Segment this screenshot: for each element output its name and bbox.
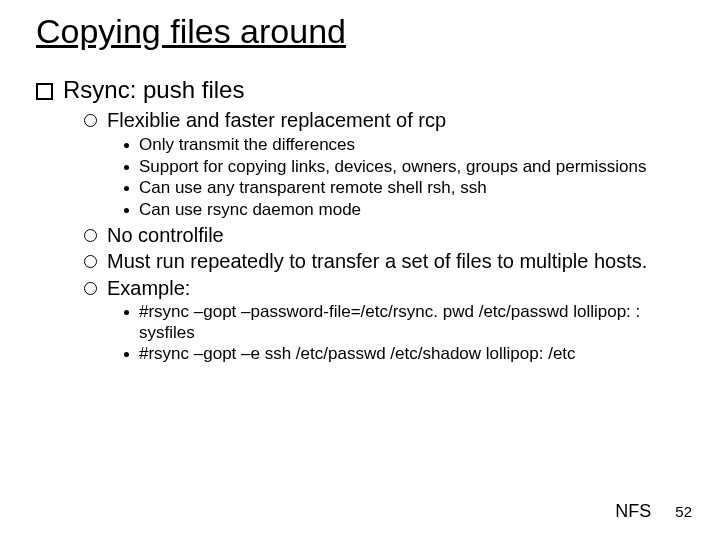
circle-bullet-icon [84, 114, 97, 127]
circle-bullet-icon [84, 229, 97, 242]
bullet-level3-text: Can use any transparent remote shell rsh… [139, 178, 692, 199]
bullet-level2-text: Must run repeatedly to transfer a set of… [107, 249, 692, 273]
bullet-level3: Support for copying links, devices, owne… [124, 157, 692, 178]
dot-bullet-icon [124, 310, 129, 315]
bullet-level2: Must run repeatedly to transfer a set of… [84, 249, 692, 273]
bullet-level3: Only transmit the differences [124, 135, 692, 156]
level2-group: Flexiblie and faster replacement of rcp … [84, 108, 692, 365]
dot-bullet-icon [124, 143, 129, 148]
bullet-level2: Flexiblie and faster replacement of rcp [84, 108, 692, 132]
bullet-level3-text: Can use rsync daemon mode [139, 200, 692, 221]
slide: Copying files around Rsync: push files F… [0, 0, 720, 540]
slide-title: Copying files around [36, 14, 692, 50]
bullet-level2: No controlfile [84, 223, 692, 247]
footer: NFS 52 [615, 501, 692, 522]
bullet-level3-text: #rsync –gopt –password-file=/etc/rsync. … [139, 302, 692, 343]
bullet-level3-text: Only transmit the differences [139, 135, 692, 156]
footer-label: NFS [615, 501, 651, 522]
bullet-level2-text: Example: [107, 276, 692, 300]
bullet-level2-text: Flexiblie and faster replacement of rcp [107, 108, 692, 132]
bullet-level3: #rsync –gopt –password-file=/etc/rsync. … [124, 302, 692, 343]
level3-group: Only transmit the differences Support fo… [124, 135, 692, 221]
dot-bullet-icon [124, 208, 129, 213]
circle-bullet-icon [84, 282, 97, 295]
bullet-level1: Rsync: push files [36, 76, 692, 105]
bullet-level3: Can use rsync daemon mode [124, 200, 692, 221]
square-bullet-icon [36, 83, 53, 100]
bullet-level3-text: #rsync –gopt –e ssh /etc/passwd /etc/sha… [139, 344, 692, 365]
circle-bullet-icon [84, 255, 97, 268]
dot-bullet-icon [124, 165, 129, 170]
dot-bullet-icon [124, 186, 129, 191]
level3-group: #rsync –gopt –password-file=/etc/rsync. … [124, 302, 692, 365]
bullet-level3-text: Support for copying links, devices, owne… [139, 157, 692, 178]
bullet-level3: #rsync –gopt –e ssh /etc/passwd /etc/sha… [124, 344, 692, 365]
bullet-level2: Example: [84, 276, 692, 300]
bullet-level1-text: Rsync: push files [63, 76, 692, 105]
bullet-level3: Can use any transparent remote shell rsh… [124, 178, 692, 199]
page-number: 52 [675, 503, 692, 520]
dot-bullet-icon [124, 352, 129, 357]
bullet-level2-text: No controlfile [107, 223, 692, 247]
